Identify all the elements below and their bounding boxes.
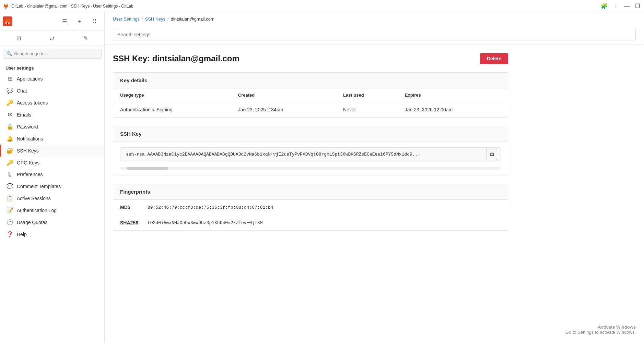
restore-icon[interactable]: ❐ — [634, 1, 641, 11]
password-icon: 🔒 — [7, 123, 13, 130]
view-board-btn[interactable]: ⊡ — [3, 32, 35, 44]
search-icon: 🔍 — [7, 51, 12, 56]
sidebar: 🦊 ☰ ＋ ⠿ ⊡ ⇄ ✎ 🔍 Search or go to... User … — [0, 12, 105, 343]
ssh-key-box: ssh-rsa AAAAB3NzaC1yc2EAAAADAQABAABABgQD… — [120, 147, 501, 161]
nav-label-active-sessions: Active Sessions — [17, 196, 51, 201]
nav-label-access-tokens: Access tokens — [17, 100, 48, 106]
nav-label-emails: Emails — [17, 112, 31, 118]
view-mr-btn[interactable]: ⇄ — [36, 32, 68, 44]
sidebar-item-usage-quotas[interactable]: 🕐 Usage Quotas — [0, 216, 104, 228]
main-content: User Settings / SSH Keys / dintsialan@gm… — [105, 12, 644, 343]
sidebar-item-help[interactable]: ❓ Help — [0, 228, 104, 240]
ssh-key-value: ssh-rsa AAAAB3NzaC1yc2EAAAADAQABAABABgQD… — [126, 152, 481, 157]
col-expires: Expires — [398, 88, 508, 102]
md5-row: MD5 89:52:46:79:cc:f3:de:76:36:3f:fb:08:… — [113, 200, 508, 215]
sidebar-item-notifications[interactable]: 🔔 Notifications — [0, 133, 104, 145]
col-last-used: Last used — [336, 88, 398, 102]
nav-label-notifications: Notifications — [17, 136, 43, 142]
titlebar: 🦊 GitLab - dintsialan@gmail.com · SSH Ke… — [0, 0, 644, 12]
emails-icon: ✉ — [7, 111, 13, 118]
nav-label-authentication-log: Authentication Log — [17, 208, 57, 213]
ssh-key-scrollbar-thumb — [127, 167, 168, 170]
extension-icon[interactable]: 🧩 — [599, 1, 609, 11]
sidebar-item-password[interactable]: 🔒 Password — [0, 121, 104, 133]
fingerprints-section: Fingerprints MD5 89:52:46:79:cc:f3:de:76… — [113, 184, 508, 231]
notifications-icon: 🔔 — [7, 135, 13, 142]
sidebar-item-ssh-keys[interactable]: 🔐 SSH Keys — [0, 145, 104, 157]
key-last-used: Never — [336, 102, 398, 118]
gitlab-favicon: 🦊 — [3, 3, 9, 9]
sha256-row: SHA256 tO2d0iAwxNMJXeOx3wW9hz3pYKbO40m2k… — [113, 215, 508, 230]
ssh-key-header: SSH Key — [113, 126, 508, 142]
col-usage-type: Usage type — [113, 88, 231, 102]
md5-label: MD5 — [120, 205, 148, 210]
breadcrumb-current: dintsialan@gmail.com — [171, 16, 214, 22]
sidebar-item-access-tokens[interactable]: 🔑 Access tokens — [0, 97, 104, 109]
nav-label-gpg-keys: GPG Keys — [17, 160, 39, 166]
nav-label-chat: Chat — [17, 88, 27, 94]
nav-label-applications: Applications — [17, 76, 43, 82]
nav-label-ssh-keys: SSH Keys — [17, 148, 39, 154]
active-sessions-icon: 📋 — [7, 195, 13, 201]
key-details-header: Key details — [113, 73, 508, 88]
key-created: Jan 23, 2025 2:34pm — [231, 102, 336, 118]
nav-label-help: Help — [17, 232, 27, 237]
view-edit-btn[interactable]: ✎ — [70, 32, 102, 44]
sidebar-item-preferences[interactable]: 🎛 Preferences — [0, 169, 104, 180]
titlebar-left: 🦊 GitLab - dintsialan@gmail.com · SSH Ke… — [3, 3, 133, 9]
more-menu-icon[interactable]: ⋮ — [612, 1, 620, 11]
sidebar-nav: ⊞ Applications 💬 Chat 🔑 Access tokens ✉ … — [0, 73, 104, 343]
search-settings-input[interactable] — [113, 29, 636, 40]
key-details-body: Usage type Created Last used Expires Aut… — [113, 88, 508, 117]
gitlab-logo[interactable]: 🦊 — [3, 16, 12, 26]
chat-icon: 💬 — [7, 87, 13, 94]
sidebar-item-chat[interactable]: 💬 Chat — [0, 85, 104, 97]
breadcrumb-sep-1: / — [142, 16, 143, 22]
sidebar-item-emails[interactable]: ✉ Emails — [0, 109, 104, 121]
access-tokens-icon: 🔑 — [7, 99, 13, 106]
delete-button[interactable]: Delete — [480, 53, 508, 64]
ssh-key-section: SSH Key ssh-rsa AAAAB3NzaC1yc2EAAAADAQAB… — [113, 126, 508, 175]
sidebar-search[interactable]: 🔍 Search or go to... — [3, 49, 102, 59]
help-icon: ❓ — [7, 231, 13, 237]
key-details-table: Usage type Created Last used Expires Aut… — [113, 88, 508, 117]
breadcrumb-ssh-keys[interactable]: SSH Keys — [145, 16, 165, 22]
key-details-section: Key details Usage type Created Last used… — [113, 72, 508, 118]
sidebar-item-comment-templates[interactable]: 💬 Comment Templates — [0, 180, 104, 192]
search-bar-row — [105, 26, 644, 45]
ssh-keys-icon: 🔐 — [7, 147, 13, 154]
usage-quotas-icon: 🕐 — [7, 219, 13, 225]
fingerprints-header: Fingerprints — [113, 184, 508, 200]
breadcrumb-user-settings[interactable]: User Settings — [113, 16, 140, 22]
fingerprints-body: MD5 89:52:46:79:cc:f3:de:76:36:3f:fb:08:… — [113, 200, 508, 230]
sha256-label: SHA256 — [120, 220, 148, 225]
sidebar-toolbar: 🦊 ☰ ＋ ⠿ — [0, 12, 104, 30]
page-header: SSH Key: dintsialan@gmail.com Delete — [113, 53, 508, 64]
sidebar-section-title: User settings — [0, 61, 104, 73]
nav-label-usage-quotas: Usage Quotas — [17, 220, 48, 225]
new-item-btn[interactable]: ＋ — [73, 15, 86, 27]
app-layout: 🦊 ☰ ＋ ⠿ ⊡ ⇄ ✎ 🔍 Search or go to... User … — [0, 12, 644, 343]
breadcrumb-sep-2: / — [167, 16, 169, 22]
nav-label-password: Password — [17, 124, 38, 130]
grid-btn[interactable]: ⠿ — [88, 15, 102, 27]
ssh-key-scrollbar[interactable] — [120, 167, 501, 170]
sidebar-item-authentication-log[interactable]: 📝 Authentication Log — [0, 204, 104, 216]
ssh-key-body: ssh-rsa AAAAB3NzaC1yc2EAAAADAQABAABABgQD… — [113, 147, 508, 170]
minimize-icon[interactable]: — — [623, 2, 631, 11]
gpg-keys-icon: 🔑 — [7, 159, 13, 166]
nav-label-comment-templates: Comment Templates — [17, 184, 61, 189]
sidebar-item-applications[interactable]: ⊞ Applications — [0, 73, 104, 85]
comment-templates-icon: 💬 — [7, 183, 13, 189]
sidebar-item-gpg-keys[interactable]: 🔑 GPG Keys — [0, 157, 104, 169]
key-usage-type: Authentication & Signing — [113, 102, 231, 118]
col-created: Created — [231, 88, 336, 102]
sidebar-toggle-btn[interactable]: ☰ — [58, 15, 71, 27]
copy-ssh-key-button[interactable]: ⧉ — [486, 149, 497, 160]
page-title: SSH Key: dintsialan@gmail.com — [113, 54, 239, 63]
md5-value: 89:52:46:79:cc:f3:de:76:36:3f:fb:08:d4:8… — [148, 205, 273, 210]
key-expires: Jan 23, 2026 12:00am — [398, 102, 508, 118]
authentication-log-icon: 📝 — [7, 207, 13, 213]
applications-icon: ⊞ — [7, 75, 13, 82]
sidebar-item-active-sessions[interactable]: 📋 Active Sessions — [0, 192, 104, 204]
